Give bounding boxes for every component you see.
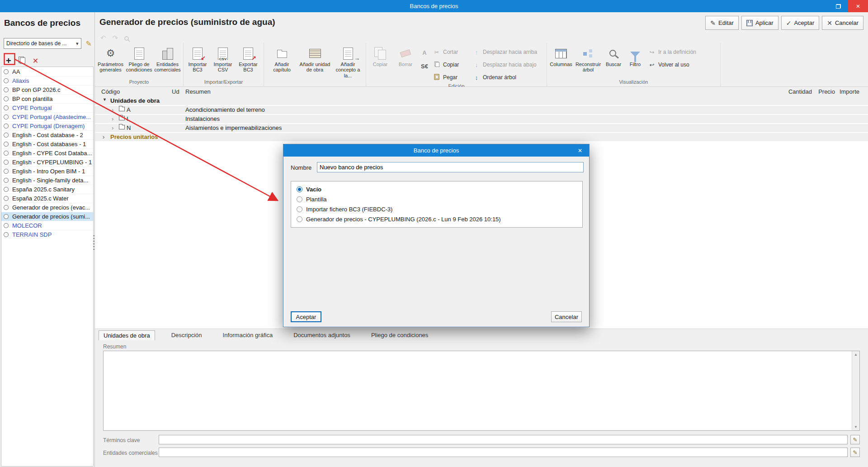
volver-uso-button[interactable]: ↩ Volver al uso — [646, 59, 714, 70]
bank-list-item[interactable]: English - Single-family deta... — [1, 176, 93, 185]
bank-list-item[interactable]: English - CYPEPLUMBING - 1 — [1, 157, 93, 167]
bank-list-item[interactable]: CYPE Portugal (Abastecime... — [1, 112, 93, 121]
directory-select[interactable]: Directorio de bases de ... ▾ — [4, 38, 81, 49]
tree-row-chapter-a[interactable]: › A Acondicionamiento del terreno — [95, 106, 868, 114]
chevron-collapsed-icon[interactable]: › — [103, 133, 104, 140]
redo-button[interactable]: ↷ — [113, 34, 118, 42]
bank-list-item[interactable]: MOLECOR — [1, 221, 93, 230]
edit-terminos-button[interactable]: ✎ — [850, 435, 860, 444]
tree-row-chapter-i[interactable]: › I Instalaciones — [95, 115, 868, 123]
button-label: Desplazar hacia arriba — [483, 49, 537, 55]
ir-definicion-button[interactable]: ↪ Ir a la definición — [646, 47, 714, 57]
add-bank-button[interactable]: + — [6, 57, 11, 65]
importar-csv-button[interactable]: CSV Importar CSV — [211, 44, 235, 79]
bank-list-item[interactable]: CYPE Portugal (Drenagem) — [1, 121, 93, 130]
sort-icon: ↕ — [473, 74, 480, 81]
radio-icon[interactable] — [297, 196, 302, 202]
radio-icon[interactable] — [297, 206, 302, 212]
bank-list-item[interactable]: Aliaxis — [1, 76, 93, 85]
divisa-button[interactable]: S€ — [419, 60, 430, 72]
bank-list-item-selected[interactable]: Generador de precios (sumi... — [1, 212, 93, 221]
tree-row-chapter-n[interactable]: › N Aislamientos e impermeabilizaciones — [95, 124, 868, 132]
goto-definition-icon: ↪ — [648, 49, 656, 56]
bank-list-item[interactable]: English - Intro Open BIM - 1 — [1, 167, 93, 176]
columnas-button[interactable]: Columnas — [549, 44, 573, 79]
zoom-button[interactable] — [124, 34, 129, 42]
entidades-comerciales-input[interactable] — [159, 448, 848, 457]
editar-button[interactable]: ✎ Editar — [705, 16, 739, 30]
pegar-button[interactable]: Pegar — [431, 72, 470, 83]
terminos-clave-input[interactable] — [159, 435, 848, 444]
desplazar-abajo-button[interactable]: ↓ Desplazar hacia abajo — [471, 59, 540, 70]
bank-list-item[interactable]: España 2025.c Water — [1, 194, 93, 203]
radio-icon[interactable] — [297, 216, 302, 222]
tree-row-precios-unitarios[interactable]: › Precios unitarios — [95, 133, 868, 141]
desplazar-arriba-button[interactable]: ↑ Desplazar hacia arriba — [471, 47, 540, 57]
bank-list-item[interactable]: English - Cost databases - 1 — [1, 139, 93, 148]
exportar-bc3-button[interactable]: ↗ Exportar BC3 — [236, 44, 260, 79]
restore-button[interactable] — [828, 0, 848, 12]
copiar-big-button[interactable]: Copiar — [368, 44, 392, 83]
edit-directory-button[interactable]: ✎ — [86, 39, 92, 48]
anadir-capitulo-button[interactable]: Añadir capítulo — [266, 44, 298, 79]
tab-documentos-adjuntos[interactable]: Documentos adjuntos — [289, 330, 355, 340]
aplicar-button[interactable]: Aplicar — [741, 16, 778, 30]
bank-list-item[interactable]: BP con plantilla — [1, 94, 93, 103]
chevron-expanded-icon[interactable]: ▼ — [103, 97, 107, 102]
scroll-down-icon[interactable]: ▼ — [854, 425, 858, 429]
editar-texto-button[interactable]: A — [419, 47, 430, 58]
radio-selected-icon[interactable] — [297, 186, 302, 192]
bank-list-item[interactable]: English - CYPE Cost Databa... — [1, 148, 93, 157]
option-plantilla[interactable]: Plantilla — [297, 195, 577, 203]
anadir-concepto-button[interactable]: → Añadir concepto a la... — [332, 44, 364, 79]
tab-informacion-grafica[interactable]: Información gráfica — [218, 330, 278, 340]
tab-unidades-de-obra[interactable]: Unidades de obra — [99, 330, 155, 340]
ordenar-arbol-button[interactable]: ↕ Ordenar árbol — [471, 72, 540, 83]
resumen-textarea[interactable]: ▲ ▼ — [103, 351, 860, 431]
vertical-scrollbar[interactable]: ▲ ▼ — [852, 351, 859, 430]
importar-bc3-button[interactable]: ↙ Importar BC3 — [185, 44, 210, 79]
tab-pliego-condiciones[interactable]: Pliego de condiciones — [367, 330, 433, 340]
copy-bank-button[interactable] — [19, 57, 25, 65]
borrar-button[interactable]: Borrar — [393, 44, 418, 83]
button-label: Ir a la definición — [658, 49, 696, 55]
buscar-button[interactable]: Buscar — [603, 44, 624, 79]
pliego-condiciones-button[interactable]: Pliego de condiciones — [125, 44, 153, 79]
bank-list-item[interactable]: TERRAIN SDP — [1, 230, 93, 239]
bank-list-item[interactable]: España 2025.c Sanitary — [1, 185, 93, 194]
bank-list-item[interactable]: BP con GP 2026.c — [1, 85, 93, 94]
dialog-cancelar-button[interactable]: Cancelar — [551, 311, 582, 322]
bank-list-item[interactable]: CYPE Portugal — [1, 103, 93, 112]
scroll-up-icon[interactable]: ▲ — [854, 353, 858, 357]
bank-list-item[interactable]: English - Cost database - 2 — [1, 130, 93, 139]
aceptar-button[interactable]: ✓ Aceptar — [781, 16, 820, 30]
chevron-collapsed-icon[interactable]: › — [112, 124, 113, 131]
tree-row-unidades-de-obra[interactable]: ▼ Unidades de obra — [95, 97, 868, 105]
chevron-collapsed-icon[interactable]: › — [112, 115, 113, 122]
delete-bank-button[interactable]: ✕ — [33, 57, 38, 65]
cortar-button[interactable]: ✂ Cortar — [431, 47, 470, 57]
copiar-button[interactable]: Copiar — [431, 59, 470, 70]
bank-list-item[interactable]: Generador de precios (evac... — [1, 203, 93, 212]
undo-button[interactable]: ↶ — [100, 34, 106, 42]
dialog-close-button[interactable]: ✕ — [571, 144, 589, 157]
parametros-generales-button[interactable]: ⚙ Parámetros generales — [97, 44, 124, 79]
nombre-input[interactable] — [317, 162, 584, 172]
bank-list-item[interactable]: AA — [1, 67, 93, 76]
reconstruir-arbol-button[interactable]: Reconstruir árbol — [574, 44, 602, 79]
tab-descripcion[interactable]: Descripción — [167, 330, 207, 340]
cancelar-button[interactable]: ✕ Cancelar — [822, 16, 863, 30]
option-importar-bc3[interactable]: Importar fichero BC3 (FIEBDC-3) — [297, 205, 577, 213]
dialog-aceptar-button[interactable]: Aceptar — [291, 311, 321, 322]
entidades-comerciales-button[interactable]: Entidades comerciales — [154, 44, 181, 79]
anadir-unidad-obra-button[interactable]: Añadir unidad de obra — [299, 44, 331, 79]
sidebar-splitter[interactable] — [93, 235, 94, 251]
close-button[interactable]: ✕ — [848, 0, 868, 12]
chevron-collapsed-icon[interactable]: › — [112, 106, 113, 113]
option-vacio[interactable]: Vacío — [297, 186, 577, 193]
row-resumen: Aislamientos e impermeabilizaciones — [185, 124, 282, 131]
filtro-button[interactable]: Filtro — [625, 44, 646, 79]
edit-entidades-button[interactable]: ✎ — [850, 448, 860, 457]
option-generador-cypeplumbing[interactable]: Generador de precios - CYPEPLUMBING (202… — [297, 215, 577, 223]
sidebar-title: Bancos de precios — [4, 18, 80, 28]
